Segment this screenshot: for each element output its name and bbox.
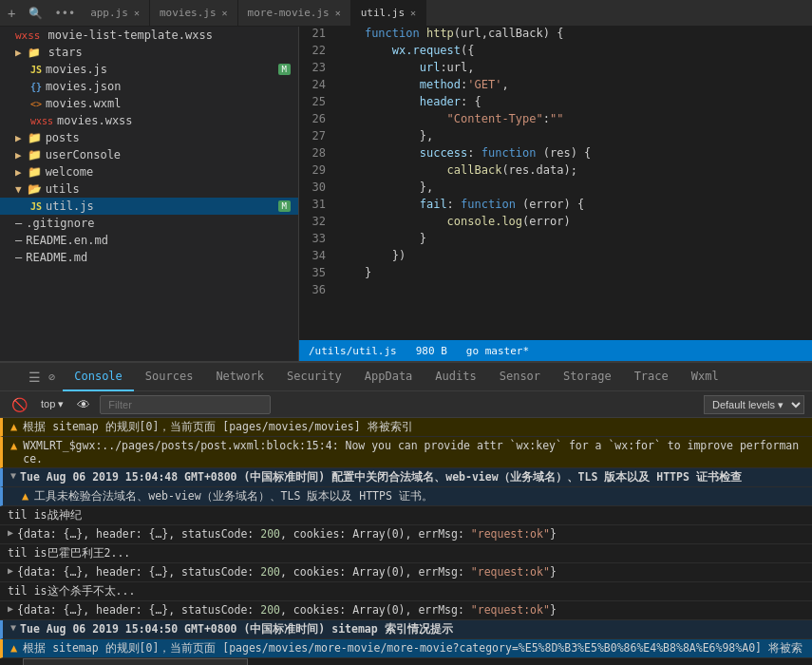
sidebar-item-stars[interactable]: ▶ 📁 stars bbox=[0, 44, 298, 61]
folder-closed-icon: ▶ bbox=[15, 47, 22, 59]
js-icon-util: JS bbox=[30, 201, 42, 212]
sidebar-item-util-js[interactable]: JS util.js M bbox=[0, 198, 298, 215]
devtools-toolbar: 🚫 top ▾ 👁 Default levels ▾ bbox=[0, 391, 812, 418]
tab-movies-js[interactable]: movies.js ✕ bbox=[150, 0, 238, 27]
warning-icon-sub-1: ▲ bbox=[22, 489, 28, 503]
json-icon: {} bbox=[30, 82, 42, 92]
line-21: 21 function http(url,callBack) { bbox=[299, 27, 812, 44]
sidebar-item-utils[interactable]: ▼ 📂 utils bbox=[0, 180, 298, 198]
clear-console-button[interactable]: 🚫 bbox=[8, 395, 31, 414]
more-tabs-icon[interactable]: ••• bbox=[48, 7, 81, 20]
tab-appdata[interactable]: AppData bbox=[353, 363, 425, 391]
editor-content[interactable]: 21 function http(url,callBack) { 22 wx.r… bbox=[299, 27, 812, 340]
sidebar-item-welcome[interactable]: ▶ 📁 welcome bbox=[0, 163, 298, 180]
console-info-section-1[interactable]: ▼ Tue Aug 06 2019 15:04:48 GMT+0800 (中国标… bbox=[0, 468, 812, 487]
sidebar-item-userconsole[interactable]: ▶ 📁 userConsole bbox=[0, 146, 298, 163]
line-33: 33 } bbox=[299, 232, 812, 249]
js-icon-movies: JS bbox=[30, 65, 42, 75]
console-filter-input[interactable] bbox=[100, 395, 271, 414]
console-output[interactable]: ▲ 根据 sitemap 的规则[0]，当前页面 [pages/movies/m… bbox=[0, 418, 812, 665]
line-36: 36 bbox=[299, 283, 812, 300]
console-warning-wxmlrt: ▲ WXMLRT_$gwx:../pages/posts/post.wxml:b… bbox=[0, 437, 812, 468]
devtools-panel-icon[interactable]: ☰ bbox=[28, 370, 41, 385]
console-warning-sitemap: ▲ 根据 sitemap 的规则[0]，当前页面 [pages/movies/m… bbox=[0, 418, 812, 437]
sidebar-item-posts[interactable]: ▶ 📁 posts bbox=[0, 129, 298, 146]
tab-network[interactable]: Network bbox=[204, 363, 275, 391]
warning-icon-1: ▲ bbox=[10, 420, 17, 433]
sidebar-item-movies-js[interactable]: JS movies.js M bbox=[0, 61, 298, 78]
top-selector[interactable]: top ▾ bbox=[37, 396, 67, 412]
sidebar: wxss movie-list-template.wxss ▶ 📁 stars … bbox=[0, 27, 299, 361]
editor: 21 function http(url,callBack) { 22 wx.r… bbox=[299, 27, 812, 361]
tab-util-js[interactable]: util.js ✕ bbox=[351, 0, 426, 27]
console-data-2[interactable]: ▶ {data: {…}, header: {…}, statusCode: 2… bbox=[0, 563, 812, 582]
tab-console[interactable]: Console bbox=[63, 363, 134, 391]
line-29: 29 callBack(res.data); bbox=[299, 163, 812, 180]
warning-icon-selected: ▲ bbox=[10, 641, 17, 655]
file-icon-gitignore: — bbox=[15, 217, 22, 230]
console-data-1[interactable]: ▶ {data: {…}, header: {…}, statusCode: 2… bbox=[0, 525, 812, 544]
file-size: 980 B bbox=[416, 345, 447, 357]
warning-icon-2: ▲ bbox=[10, 439, 17, 452]
expand-arrow-data-2: ▶ bbox=[8, 565, 13, 576]
search-icon[interactable]: 🔍 bbox=[23, 7, 48, 20]
tab-bar: + 🔍 ••• app.js ✕ movies.js ✕ more-movie.… bbox=[0, 0, 812, 27]
console-info-section-2[interactable]: ▼ Tue Aug 06 2019 15:04:50 GMT+0800 (中国标… bbox=[0, 620, 812, 639]
log-level-select[interactable]: Default levels ▾ bbox=[704, 395, 804, 414]
wxss-icon: wxss bbox=[15, 29, 41, 42]
tab-storage[interactable]: Storage bbox=[552, 363, 623, 391]
tab-security[interactable]: Security bbox=[275, 363, 353, 391]
close-tab-movies-js[interactable]: ✕ bbox=[222, 8, 228, 18]
folder-icon-posts: 📁 bbox=[28, 131, 42, 144]
file-icon-readme-en: — bbox=[15, 234, 22, 247]
line-26: 26 "Content-Type":"" bbox=[299, 112, 812, 129]
tab-audits[interactable]: Audits bbox=[424, 363, 487, 391]
git-branch: go master* bbox=[466, 345, 529, 357]
expand-arrow-2: ▼ bbox=[10, 622, 16, 633]
folder-open-icon-utils: ▼ bbox=[15, 183, 22, 196]
line-23: 23 url:url, bbox=[299, 61, 812, 78]
tab-sensor[interactable]: Sensor bbox=[488, 363, 552, 391]
console-data-3[interactable]: ▶ {data: {…}, header: {…}, statusCode: 2… bbox=[0, 601, 812, 620]
console-warning-selected: ▲ 根据 sitemap 的规则[0]，当前页面 [pages/movies/m… bbox=[0, 639, 812, 658]
expand-arrow-1: ▼ bbox=[10, 470, 16, 481]
sidebar-item-movies-wxss[interactable]: wxss movies.wxss bbox=[0, 112, 298, 129]
content-area: wxss movie-list-template.wxss ▶ 📁 stars … bbox=[0, 27, 812, 361]
folder-closed-icon-userconsole: ▶ bbox=[15, 149, 22, 162]
devtools-back-icon[interactable]: ⊘ bbox=[48, 370, 55, 384]
tab-trace[interactable]: Trace bbox=[623, 363, 680, 391]
badge-modified-util: M bbox=[278, 200, 291, 212]
close-tab-app-js[interactable]: ✕ bbox=[134, 8, 140, 18]
line-34: 34 }) bbox=[299, 249, 812, 266]
tab-wxml[interactable]: Wxml bbox=[680, 363, 730, 391]
line-31: 31 fail: function (error) { bbox=[299, 198, 812, 215]
folder-icon-utils: 📂 bbox=[28, 182, 42, 196]
file-icon-readme: — bbox=[15, 251, 22, 264]
console-info-sub-1: ▲ 工具未检验合法域名、web-view（业务域名）、TLS 版本以及 HTTP… bbox=[0, 487, 812, 506]
tab-sources[interactable]: Sources bbox=[134, 363, 205, 391]
wxss-icon-movies: wxss bbox=[30, 116, 53, 126]
sidebar-item-movies-json[interactable]: {} movies.json bbox=[0, 78, 298, 95]
tab-more-movie-js[interactable]: more-movie.js ✕ bbox=[238, 0, 351, 27]
status-bar: /utils/util.js 980 B go master* bbox=[299, 340, 812, 361]
close-tab-more-movie-js[interactable]: ✕ bbox=[335, 8, 341, 18]
sidebar-item-gitignore[interactable]: — .gitignore bbox=[0, 215, 298, 232]
expand-arrow-data-1: ▶ bbox=[8, 527, 13, 538]
close-tab-util-js[interactable]: ✕ bbox=[410, 8, 416, 18]
file-path: /utils/util.js bbox=[309, 345, 397, 357]
expand-arrow-data-3: ▶ bbox=[8, 603, 13, 614]
sidebar-item-movie-list-template[interactable]: wxss movie-list-template.wxss bbox=[0, 27, 298, 44]
sidebar-item-movies-wxml[interactable]: <> movies.wxml bbox=[0, 95, 298, 112]
devtools-tabs: ☰ ⊘ Console Sources Network Security App… bbox=[0, 363, 812, 391]
line-22: 22 wx.request({ bbox=[299, 44, 812, 61]
line-24: 24 method:'GET', bbox=[299, 78, 812, 95]
tab-app-js[interactable]: app.js ✕ bbox=[81, 0, 150, 27]
add-tab-button[interactable]: + bbox=[0, 6, 23, 21]
folder-icon-stars: 📁 bbox=[28, 47, 41, 59]
sidebar-item-readme-en[interactable]: — README.en.md bbox=[0, 232, 298, 249]
eye-icon[interactable]: 👁 bbox=[73, 395, 94, 414]
devtools-panel: ☰ ⊘ Console Sources Network Security App… bbox=[0, 361, 812, 665]
line-35: 35 } bbox=[299, 266, 812, 283]
sidebar-item-readme[interactable]: — README.md bbox=[0, 249, 298, 266]
line-32: 32 console.log(error) bbox=[299, 215, 812, 232]
